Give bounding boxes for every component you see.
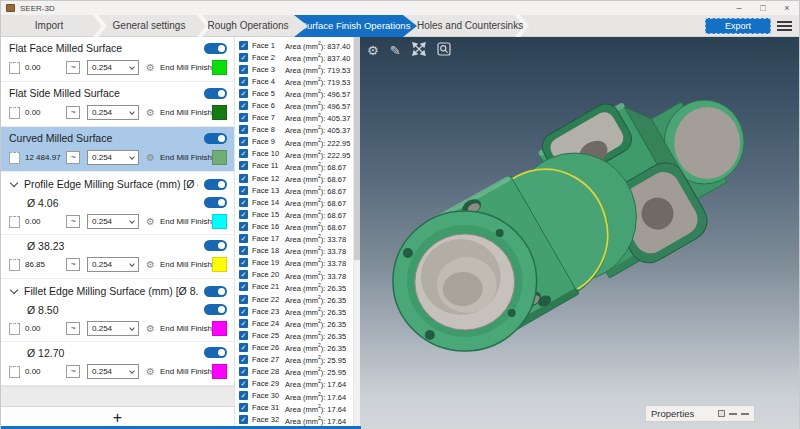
properties-panel[interactable]: Properties xyxy=(645,405,755,422)
face-row[interactable]: ✓ Face 5 Area (mm2): 496.57 xyxy=(235,87,353,99)
gear-icon[interactable]: ⚙ xyxy=(146,217,155,227)
face-checkbox[interactable]: ✓ xyxy=(239,343,248,352)
color-swatch[interactable] xyxy=(212,321,227,336)
sub-operation-header[interactable]: Ø 8.50 xyxy=(1,301,234,318)
tolerance-mode-button[interactable]: ~ xyxy=(66,322,80,335)
face-row[interactable]: ✓ Face 23 Area (mm2): 26.35 xyxy=(235,305,353,317)
face-row[interactable]: ✓ Face 25 Area (mm2): 26.35 xyxy=(235,329,353,341)
face-row[interactable]: ✓ Face 20 Area (mm2): 33.78 xyxy=(235,269,353,281)
operation-header[interactable]: Flat Side Milled Surface xyxy=(1,84,234,102)
face-row[interactable]: ✓ Face 24 Area (mm2): 26.35 xyxy=(235,317,353,329)
toggle-switch[interactable] xyxy=(204,240,227,251)
face-checkbox[interactable]: ✓ xyxy=(239,222,248,231)
tab-import[interactable]: Import xyxy=(1,15,97,37)
face-checkbox[interactable]: ✓ xyxy=(239,77,248,86)
color-swatch[interactable] xyxy=(212,150,227,165)
face-row[interactable]: ✓ Face 32 Area (mm2): 17.64 xyxy=(235,414,353,426)
sub-operation-header[interactable]: Ø 12.70 xyxy=(1,344,234,361)
face-checkbox[interactable]: ✓ xyxy=(239,125,248,134)
face-checkbox[interactable]: ✓ xyxy=(239,137,248,146)
face-checkbox[interactable]: ✓ xyxy=(239,161,248,170)
toggle-switch[interactable] xyxy=(204,179,227,190)
tolerance-mode-button[interactable]: ~ xyxy=(66,258,80,271)
toggle-switch[interactable] xyxy=(204,347,227,358)
tolerance-select[interactable]: 0.254 xyxy=(87,214,139,229)
operation-header[interactable]: Flat Face Milled Surface xyxy=(1,39,234,57)
tab-rough-operations[interactable]: Rough Operations xyxy=(201,15,295,37)
tolerance-mode-button[interactable]: ~ xyxy=(66,61,80,74)
face-checkbox[interactable]: ✓ xyxy=(239,234,248,243)
face-checkbox[interactable]: ✓ xyxy=(239,319,248,328)
face-row[interactable]: ✓ Face 7 Area (mm2): 405.37 xyxy=(235,112,353,124)
face-row[interactable]: ✓ Face 29 Area (mm2): 17.64 xyxy=(235,378,353,390)
face-checkbox[interactable]: ✓ xyxy=(239,415,248,424)
face-checkbox[interactable]: ✓ xyxy=(239,295,248,304)
sub-operation-header[interactable]: Ø 4.06 xyxy=(1,194,234,211)
face-row[interactable]: ✓ Face 6 Area (mm2): 496.57 xyxy=(235,99,353,111)
tolerance-mode-button[interactable]: ~ xyxy=(66,151,80,164)
face-row[interactable]: ✓ Face 16 Area (mm2): 68.67 xyxy=(235,220,353,232)
face-row[interactable]: ✓ Face 13 Area (mm2): 68.67 xyxy=(235,184,353,196)
face-checkbox[interactable]: ✓ xyxy=(239,282,248,291)
gear-icon[interactable]: ⚙ xyxy=(146,153,155,163)
color-swatch[interactable] xyxy=(212,105,227,120)
face-checkbox[interactable]: ✓ xyxy=(239,113,248,122)
tolerance-select[interactable]: 0.254 xyxy=(87,321,139,336)
export-button[interactable]: Export xyxy=(705,18,771,34)
face-checkbox[interactable]: ✓ xyxy=(239,270,248,279)
toggle-switch[interactable] xyxy=(204,304,227,315)
group-header[interactable]: Fillet Edge Milling Surface (mm) [Ø 8.5 … xyxy=(1,281,234,301)
pencil-icon[interactable]: ✎ xyxy=(390,43,401,59)
tab-holes-countersinks[interactable]: Holes and Countersinks xyxy=(417,15,521,37)
collapse-icon[interactable] xyxy=(729,413,737,415)
gear-icon[interactable]: ⚙ xyxy=(146,367,155,377)
face-row[interactable]: ✓ Face 1 Area (mm2): 837.40 xyxy=(235,39,353,51)
menu-icon[interactable] xyxy=(777,21,792,33)
face-row[interactable]: ✓ Face 17 Area (mm2): 33.78 xyxy=(235,233,353,245)
face-row[interactable]: ✓ Face 12 Area (mm2): 68.67 xyxy=(235,172,353,184)
face-row[interactable]: ✓ Face 15 Area (mm2): 68.67 xyxy=(235,208,353,220)
toggle-switch[interactable] xyxy=(204,286,227,297)
viewport-3d[interactable]: ⚙ ✎ xyxy=(360,37,799,429)
minimize-panel-icon[interactable] xyxy=(741,413,749,415)
tolerance-mode-button[interactable]: ~ xyxy=(66,365,80,378)
gear-icon[interactable]: ⚙ xyxy=(146,260,155,270)
face-row[interactable]: ✓ Face 14 Area (mm2): 68.67 xyxy=(235,196,353,208)
color-swatch[interactable] xyxy=(212,60,227,75)
face-row[interactable]: ✓ Face 3 Area (mm2): 719.53 xyxy=(235,63,353,75)
face-row[interactable]: ✓ Face 22 Area (mm2): 26.35 xyxy=(235,293,353,305)
gear-icon[interactable]: ⚙ xyxy=(146,324,155,334)
face-row[interactable]: ✓ Face 2 Area (mm2): 837.40 xyxy=(235,51,353,63)
chevron-down-icon[interactable] xyxy=(10,285,18,293)
face-checkbox[interactable]: ✓ xyxy=(239,210,248,219)
face-row[interactable]: ✓ Face 28 Area (mm2): 25.95 xyxy=(235,366,353,378)
face-checkbox[interactable]: ✓ xyxy=(239,186,248,195)
tolerance-select[interactable]: 0.254 xyxy=(87,364,139,379)
face-row[interactable]: ✓ Face 30 Area (mm2): 17.64 xyxy=(235,390,353,402)
face-row[interactable]: ✓ Face 11 Area (mm2): 68.67 xyxy=(235,160,353,172)
face-checkbox[interactable]: ✓ xyxy=(239,355,248,364)
face-checkbox[interactable]: ✓ xyxy=(239,89,248,98)
face-checkbox[interactable]: ✓ xyxy=(239,174,248,183)
gear-icon[interactable]: ⚙ xyxy=(367,43,379,59)
face-checkbox[interactable]: ✓ xyxy=(239,379,248,388)
face-row[interactable]: ✓ Face 26 Area (mm2): 26.35 xyxy=(235,341,353,353)
color-swatch[interactable] xyxy=(212,257,227,272)
tolerance-select[interactable]: 0.254 xyxy=(87,150,139,165)
face-checkbox[interactable]: ✓ xyxy=(239,198,248,207)
toggle-switch[interactable] xyxy=(204,88,227,99)
face-checkbox[interactable]: ✓ xyxy=(239,65,248,74)
face-row[interactable]: ✓ Face 19 Area (mm2): 33.78 xyxy=(235,257,353,269)
color-swatch[interactable] xyxy=(212,364,227,379)
group-header[interactable]: Profile Edge Milling Surface (mm) [Ø 4.0… xyxy=(1,174,234,194)
operation-header[interactable]: Curved Milled Surface xyxy=(1,129,234,147)
tolerance-mode-button[interactable]: ~ xyxy=(66,215,80,228)
gear-icon[interactable]: ⚙ xyxy=(146,108,155,118)
tolerance-select[interactable]: 0.254 xyxy=(87,105,139,120)
face-checkbox[interactable]: ✓ xyxy=(239,53,248,62)
face-row[interactable]: ✓ Face 10 Area (mm2): 222.95 xyxy=(235,148,353,160)
face-row[interactable]: ✓ Face 9 Area (mm2): 222.95 xyxy=(235,136,353,148)
tolerance-mode-button[interactable]: ~ xyxy=(66,106,80,119)
face-checkbox[interactable]: ✓ xyxy=(239,258,248,267)
face-checkbox[interactable]: ✓ xyxy=(239,367,248,376)
